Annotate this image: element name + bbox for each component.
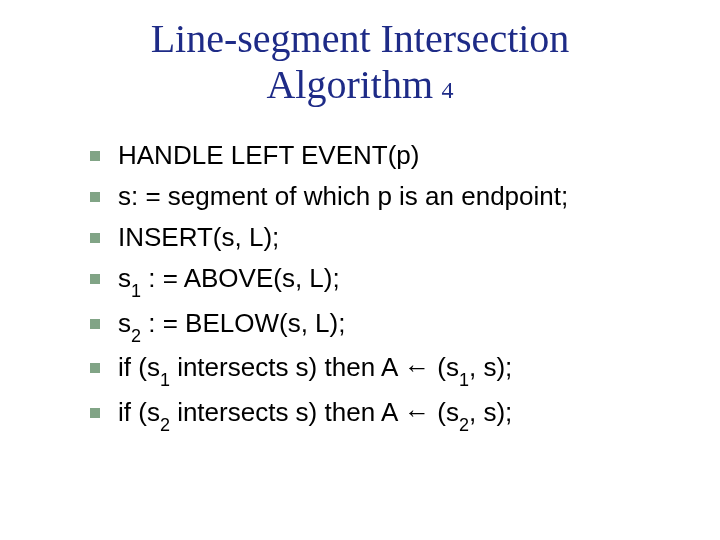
text-part: (s xyxy=(430,397,459,427)
text-part: (s xyxy=(430,352,459,382)
square-bullet-icon xyxy=(90,151,100,161)
text-part: , s); xyxy=(469,352,512,382)
list-item: if (s1 intersects s) then A ← (s1, s); xyxy=(90,350,700,388)
left-arrow-icon: ← xyxy=(404,353,430,382)
bullet-text: s1 : = ABOVE(s, L); xyxy=(118,261,340,299)
text-part: intersects s) then A xyxy=(170,352,404,382)
bullet-text: s: = segment of which p is an endpoint; xyxy=(118,179,568,214)
bullet-text: if (s2 intersects s) then A ← (s2, s); xyxy=(118,395,512,433)
text-part: intersects s) then A xyxy=(170,397,404,427)
square-bullet-icon xyxy=(90,192,100,202)
text-part: if (s xyxy=(118,352,160,382)
list-item: s2 : = BELOW(s, L); xyxy=(90,306,700,344)
subscript: 1 xyxy=(131,281,141,301)
square-bullet-icon xyxy=(90,233,100,243)
square-bullet-icon xyxy=(90,319,100,329)
list-item: s1 : = ABOVE(s, L); xyxy=(90,261,700,299)
title-line-2-main: Algorithm xyxy=(266,62,433,107)
list-item: HANDLE LEFT EVENT(p) xyxy=(90,138,700,173)
subscript: 1 xyxy=(160,370,170,390)
square-bullet-icon xyxy=(90,408,100,418)
subscript: 2 xyxy=(160,415,170,435)
list-item: INSERT(s, L); xyxy=(90,220,700,255)
subscript: 1 xyxy=(459,370,469,390)
text-part: s xyxy=(118,263,131,293)
text-part: , s); xyxy=(469,397,512,427)
title-line-2-sub: 4 xyxy=(442,77,454,103)
subscript: 2 xyxy=(459,415,469,435)
text-part: : = BELOW(s, L); xyxy=(141,308,345,338)
list-item: if (s2 intersects s) then A ← (s2, s); xyxy=(90,395,700,433)
slide-title: Line-segment Intersection Algorithm 4 xyxy=(0,0,720,108)
subscript: 2 xyxy=(131,326,141,346)
title-line-1: Line-segment Intersection xyxy=(0,16,720,62)
bullet-text: s2 : = BELOW(s, L); xyxy=(118,306,345,344)
left-arrow-icon: ← xyxy=(404,398,430,427)
text-part: if (s xyxy=(118,397,160,427)
bullet-text: HANDLE LEFT EVENT(p) xyxy=(118,138,419,173)
text-part: s xyxy=(118,308,131,338)
square-bullet-icon xyxy=(90,363,100,373)
bullet-list: HANDLE LEFT EVENT(p) s: = segment of whi… xyxy=(0,108,720,433)
list-item: s: = segment of which p is an endpoint; xyxy=(90,179,700,214)
bullet-text: if (s1 intersects s) then A ← (s1, s); xyxy=(118,350,512,388)
text-part: : = ABOVE(s, L); xyxy=(141,263,340,293)
bullet-text: INSERT(s, L); xyxy=(118,220,279,255)
square-bullet-icon xyxy=(90,274,100,284)
